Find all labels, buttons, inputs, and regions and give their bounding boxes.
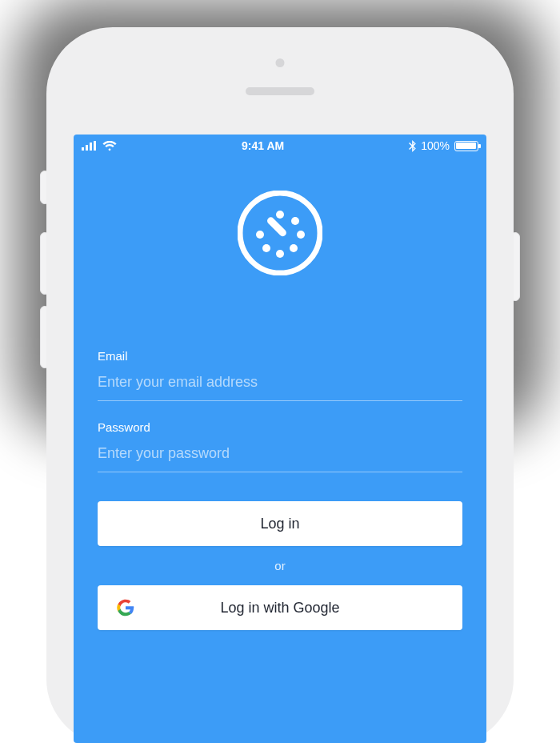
svg-point-9 [276,250,284,258]
login-with-google-button[interactable]: Log in with Google [98,585,462,630]
svg-rect-0 [82,147,84,151]
bluetooth-icon [409,140,416,152]
wifi-icon [102,141,117,151]
phone-camera-dot [276,58,285,67]
svg-rect-2 [90,143,92,151]
or-divider: or [98,559,462,572]
svg-rect-12 [266,215,288,238]
phone-frame: 9:41 AM 100% [49,30,511,743]
login-form: Email Password Log in or [74,349,486,630]
signal-icon [82,141,98,151]
google-button-label: Log in with Google [220,600,339,616]
svg-point-8 [290,244,298,252]
app-logo-icon [238,191,322,275]
login-button-label: Log in [260,516,299,532]
email-label: Email [98,349,462,363]
password-label: Password [98,420,462,434]
status-battery-text: 100% [421,139,450,152]
svg-point-5 [276,211,284,219]
svg-point-10 [262,244,270,252]
svg-point-7 [297,231,305,239]
status-bar: 9:41 AM 100% [74,135,486,157]
svg-point-6 [291,217,299,225]
phone-speaker-slot [246,87,314,95]
svg-rect-3 [94,141,96,151]
svg-point-11 [256,231,264,239]
battery-icon [454,141,478,151]
app-screen: 9:41 AM 100% [74,135,486,743]
email-field[interactable] [98,374,462,401]
login-button[interactable]: Log in [98,501,462,546]
svg-rect-1 [86,145,88,151]
password-field[interactable] [98,445,462,472]
google-icon [117,599,134,616]
status-time: 9:41 AM [242,139,284,152]
